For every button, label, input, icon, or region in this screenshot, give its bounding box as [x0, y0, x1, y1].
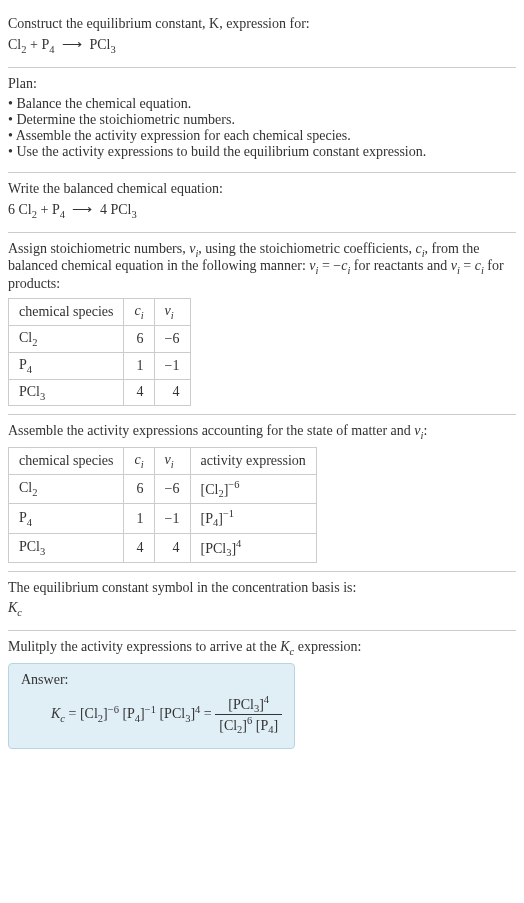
table-row: P4 1 −1 [P4]−1: [9, 504, 317, 533]
cell-c: 6: [124, 474, 154, 503]
table-header-row: chemical species ci νi activity expressi…: [9, 448, 317, 475]
exp: −1: [145, 703, 156, 714]
prompt-text: Construct the equilibrium constant, K, e…: [8, 16, 310, 31]
plus: +: [37, 202, 52, 217]
balanced-section: Write the balanced chemical equation: 6 …: [8, 173, 516, 233]
denominator: [Cl2]6 [P4]: [215, 715, 282, 735]
cell-activity: [Cl2]−6: [190, 474, 316, 503]
answer-box: Answer: Kc = [Cl2]−6 [P4]−1 [PCl3]4 = [P…: [8, 663, 295, 749]
species: Cl: [8, 37, 21, 52]
unbalanced-equation: Cl2 + P4 ⟶ PCl3: [8, 36, 516, 55]
K: K: [280, 639, 289, 654]
text: for reactants and: [350, 258, 450, 273]
sub: 3: [40, 390, 45, 401]
term: [P: [122, 706, 134, 721]
exp: −6: [228, 479, 239, 490]
exp: 4: [236, 538, 241, 549]
term: [Cl: [80, 706, 98, 721]
sp: PCl: [19, 539, 40, 554]
prompt-section: Construct the equilibrium constant, K, e…: [8, 8, 516, 68]
numerator: [PCl3]4: [215, 694, 282, 715]
col-species: chemical species: [9, 299, 124, 326]
cell-c: 1: [124, 504, 154, 533]
answer-label: Answer:: [21, 672, 282, 688]
text: expression:: [294, 639, 361, 654]
answer-section: Mulitply the activity expressions to arr…: [8, 631, 516, 757]
sub: 4: [27, 364, 32, 375]
sub: 4: [27, 517, 32, 528]
exp: 4: [264, 694, 269, 705]
sp: PCl: [19, 384, 40, 399]
text: Mulitply the activity expressions to arr…: [8, 639, 280, 654]
sp: P: [19, 357, 27, 372]
cell-species: PCl3: [9, 533, 124, 562]
cell-species: P4: [9, 504, 124, 533]
cell-species: P4: [9, 352, 124, 379]
term: [Cl: [219, 718, 237, 733]
exp: −6: [108, 703, 119, 714]
sp: P: [19, 510, 27, 525]
sub: i: [171, 310, 174, 321]
coeff: 4: [100, 202, 111, 217]
subscript: 4: [49, 44, 54, 55]
sub: i: [141, 459, 144, 470]
balanced-equation: 6 Cl2 + P4 ⟶ 4 PCl3: [8, 201, 516, 220]
stoich-text: Assign stoichiometric numbers, νi, using…: [8, 241, 516, 293]
activity-table: chemical species ci νi activity expressi…: [8, 447, 317, 563]
prompt-line: Construct the equilibrium constant, K, e…: [8, 16, 516, 32]
cell-c: 1: [124, 352, 154, 379]
symbol-section: The equilibrium constant symbol in the c…: [8, 572, 516, 631]
cell-c: 4: [124, 533, 154, 562]
arrow-icon: ⟶: [72, 201, 92, 218]
base: [PCl: [201, 541, 227, 556]
col-species: chemical species: [9, 448, 124, 475]
table-row: P4 1 −1: [9, 352, 191, 379]
subscript: 3: [131, 209, 136, 220]
text: Assign stoichiometric numbers,: [8, 241, 189, 256]
sub: i: [171, 459, 174, 470]
text: Assemble the activity expressions accoun…: [8, 423, 414, 438]
col-activity: activity expression: [190, 448, 316, 475]
plan-item: Balance the chemical equation.: [8, 96, 516, 112]
col-nu: νi: [154, 299, 190, 326]
sub: c: [17, 607, 22, 618]
cell-nu: 4: [154, 533, 190, 562]
text: = −: [318, 258, 341, 273]
cell-nu: −6: [154, 325, 190, 352]
col-nu: νi: [154, 448, 190, 475]
plan-item: Use the activity expressions to build th…: [8, 144, 516, 160]
cell-nu: −6: [154, 474, 190, 503]
cell-nu: −1: [154, 352, 190, 379]
plan-heading: Plan:: [8, 76, 516, 92]
plan-section: Plan: Balance the chemical equation. Det…: [8, 68, 516, 173]
plus: +: [26, 37, 41, 52]
exp: −1: [223, 508, 234, 519]
text: =: [460, 258, 475, 273]
cell-species: Cl2: [9, 325, 124, 352]
balanced-heading: Write the balanced chemical equation:: [8, 181, 516, 197]
activity-heading: Assemble the activity expressions accoun…: [8, 423, 516, 441]
species: P: [52, 202, 60, 217]
table-row: Cl2 6 −6 [Cl2]−6: [9, 474, 317, 503]
cell-nu: 4: [154, 379, 190, 406]
base: [Cl: [201, 482, 219, 497]
plan-item: Determine the stoichiometric numbers.: [8, 112, 516, 128]
species: Cl: [19, 202, 32, 217]
plan-item: Assemble the activity expression for eac…: [8, 128, 516, 144]
cell-species: Cl2: [9, 474, 124, 503]
symbol-text: The equilibrium constant symbol in the c…: [8, 580, 516, 596]
arrow-icon: ⟶: [62, 36, 82, 53]
subscript: 4: [60, 209, 65, 220]
sub: 3: [40, 546, 45, 557]
cell-nu: −1: [154, 504, 190, 533]
fraction: [PCl3]4[Cl2]6 [P4]: [215, 694, 282, 736]
table-row: Cl2 6 −6: [9, 325, 191, 352]
coeff: 6: [8, 202, 19, 217]
multiply-text: Mulitply the activity expressions to arr…: [8, 639, 516, 657]
cell-species: PCl3: [9, 379, 124, 406]
stoich-section: Assign stoichiometric numbers, νi, using…: [8, 233, 516, 416]
table-row: PCl3 4 4: [9, 379, 191, 406]
plan-list: Balance the chemical equation. Determine…: [8, 96, 516, 160]
text: :: [423, 423, 427, 438]
activity-section: Assemble the activity expressions accoun…: [8, 415, 516, 572]
